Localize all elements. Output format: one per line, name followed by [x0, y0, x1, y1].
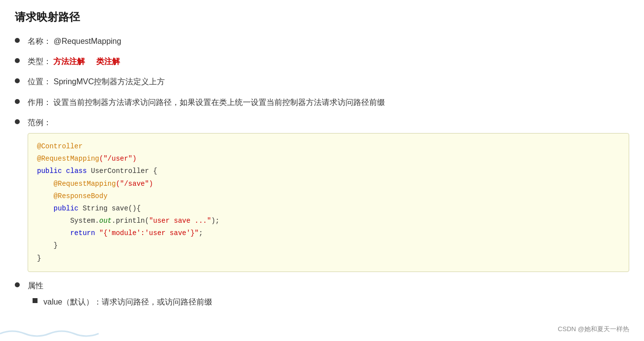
code-keyword-class: class	[66, 167, 87, 175]
item-name-content: 名称： @RequestMapping	[28, 34, 629, 48]
item-location-value: SpringMVC控制器方法定义上方	[53, 77, 165, 86]
item-name-value: @RequestMapping	[53, 37, 121, 45]
item-property-content: 属性 value（默认）：请求访问路径，或访问路径前缀	[28, 279, 629, 311]
list-item-property: 属性 value（默认）：请求访问路径，或访问路径前缀	[15, 279, 629, 311]
list-item-usage: 作用： 设置当前控制器方法请求访问路径，如果设置在类上统一设置当前控制器方法请求…	[15, 96, 629, 109]
item-example-content: 范例： @Controller @RequestMapping("/user")…	[28, 116, 629, 272]
bullet-dot	[15, 119, 20, 124]
code-annotation-requestmapping1: @RequestMapping	[37, 155, 99, 163]
code-string-return: "{'module':'user save'}"	[99, 229, 199, 237]
item-usage-value: 设置当前控制器方法请求访问路径，如果设置在类上统一设置当前控制器方法请求访问路径…	[53, 98, 385, 106]
item-type-class-annotation: 类注解	[96, 57, 120, 66]
wave-decoration	[0, 326, 99, 341]
item-name-label: 名称：	[28, 37, 51, 45]
code-annotation-responsebody: @ResponseBody	[54, 192, 108, 200]
code-block: @Controller @RequestMapping("/user") pub…	[28, 133, 629, 272]
item-location-label: 位置：	[28, 77, 51, 86]
item-property-label: 属性	[28, 281, 43, 290]
item-location-content: 位置： SpringMVC控制器方法定义上方	[28, 75, 629, 88]
code-annotation-requestmapping2: @RequestMapping	[54, 180, 116, 188]
code-field-out: out	[99, 217, 112, 225]
item-type-content: 类型： 方法注解 类注解	[28, 55, 629, 68]
content-list: 名称： @RequestMapping 类型： 方法注解 类注解 位置： Spr…	[15, 34, 629, 311]
code-method-name: save	[112, 205, 128, 212]
code-string-println: "user save ..."	[149, 217, 211, 225]
sub-bullet-square	[33, 298, 38, 303]
sub-list-item-value: value（默认）：请求访问路径，或访问路径前缀	[33, 295, 629, 308]
code-string-user: ("/user")	[99, 155, 137, 163]
item-usage-label: 作用：	[28, 98, 51, 106]
list-item-location: 位置： SpringMVC控制器方法定义上方	[15, 75, 629, 88]
code-string-save: ("/save")	[116, 180, 153, 188]
item-type-spacer	[87, 57, 94, 66]
bullet-dot	[15, 58, 20, 63]
item-type-method-annotation: 方法注解	[53, 57, 85, 66]
code-keyword-return: return	[70, 229, 95, 237]
sub-item-value-text: value（默认）：请求访问路径，或访问路径前缀	[43, 295, 212, 308]
bullet-dot	[15, 38, 20, 43]
list-item-type: 类型： 方法注解 类注解	[15, 55, 629, 68]
sub-list: value（默认）：请求访问路径，或访问路径前缀	[28, 295, 629, 308]
item-type-label: 类型：	[28, 57, 51, 66]
bullet-dot	[15, 282, 20, 287]
code-keyword-public1: public	[37, 167, 62, 175]
item-usage-content: 作用： 设置当前控制器方法请求访问路径，如果设置在类上统一设置当前控制器方法请求…	[28, 96, 629, 109]
footer-credit: CSDN @她和夏天一样热	[558, 325, 629, 334]
code-annotation-controller: @Controller	[37, 142, 82, 150]
code-keyword-public2: public	[54, 205, 78, 212]
item-example-label: 范例：	[28, 118, 51, 127]
list-item-name: 名称： @RequestMapping	[15, 34, 629, 48]
bullet-dot	[15, 99, 20, 104]
bullet-dot	[15, 78, 20, 83]
list-item-example: 范例： @Controller @RequestMapping("/user")…	[15, 116, 629, 272]
code-classname: UserController	[91, 167, 149, 175]
page-title: 请求映射路径	[15, 10, 629, 25]
